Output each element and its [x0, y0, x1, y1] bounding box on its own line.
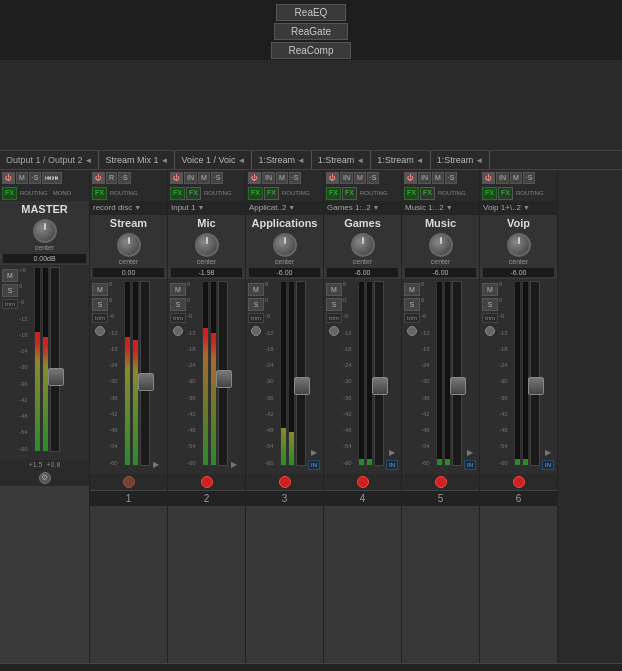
music-fader-thumb[interactable] — [450, 377, 466, 395]
voip-play-icon[interactable]: ▶ — [542, 447, 554, 458]
games-m-btn[interactable]: M — [354, 172, 366, 184]
apps-fader-thumb[interactable] — [294, 377, 310, 395]
apps-trim-btn[interactable]: trim — [248, 313, 264, 323]
games-play-icon[interactable]: ▶ — [386, 447, 398, 458]
horizontal-scrollbar[interactable] — [0, 663, 622, 671]
stream-fx-btn[interactable]: FX — [92, 187, 107, 199]
mic-fader-rail[interactable] — [218, 281, 228, 466]
master-s-btn[interactable]: ·S — [29, 172, 42, 184]
music-mute-btn[interactable]: M — [404, 283, 420, 296]
apps-in-icon[interactable]: IN — [308, 460, 320, 470]
games-pan-knob[interactable] — [351, 233, 375, 257]
mic-in-btn[interactable]: IN — [184, 172, 197, 184]
voip-bottom-circle[interactable] — [513, 476, 525, 488]
music-fader-rail[interactable] — [452, 281, 462, 466]
apps-s-btn[interactable]: ·S — [289, 172, 302, 184]
stream-power-btn[interactable]: ⏻ — [92, 172, 105, 184]
games-in-btn[interactable]: IN — [340, 172, 353, 184]
apps-in-btn[interactable]: IN — [262, 172, 275, 184]
games-power-btn[interactable]: ⏻ — [326, 172, 339, 184]
mic-s-btn[interactable]: ·S — [211, 172, 224, 184]
games-fader-thumb[interactable] — [372, 377, 388, 395]
voip-fx1-btn[interactable]: FX — [482, 187, 497, 199]
apps-pan-knob[interactable] — [273, 233, 297, 257]
apps-bottom-circle[interactable] — [279, 476, 291, 488]
mic-mute-btn[interactable]: M — [170, 283, 186, 296]
apps-fx1-btn[interactable]: FX — [248, 187, 263, 199]
mic-fx2-btn[interactable]: FX — [186, 187, 201, 199]
apps-solo-btn[interactable]: S — [248, 298, 264, 311]
apps-play-icon[interactable]: ▶ — [308, 447, 320, 458]
games-fx2-btn[interactable]: FX — [342, 187, 357, 199]
master-pan-knob[interactable] — [33, 219, 57, 243]
apps-power-btn[interactable]: ⏻ — [248, 172, 261, 184]
apps-fx2-btn[interactable]: FX — [264, 187, 279, 199]
stream-fader-rail[interactable] — [140, 281, 150, 466]
master-power-btn[interactable]: ⏻ — [2, 172, 15, 184]
music-s-btn[interactable]: ·S — [445, 172, 458, 184]
games-fx1-btn[interactable]: FX — [326, 187, 341, 199]
stream-trim-btn[interactable]: trim — [92, 313, 108, 323]
master-m-btn[interactable]: M — [16, 172, 28, 184]
plugin-reagate[interactable]: ReaGate — [274, 23, 348, 40]
tab-output[interactable]: Output 1 / Output 2 ◄ — [0, 151, 99, 169]
tab-1stream-3[interactable]: 1:Stream ◄ — [371, 151, 430, 169]
stream-s-btn[interactable]: ·S — [118, 172, 131, 184]
voip-mute-btn[interactable]: M — [482, 283, 498, 296]
stream-pan-knob[interactable] — [117, 233, 141, 257]
mic-m-btn[interactable]: M — [198, 172, 210, 184]
apps-fader-rail[interactable] — [296, 281, 306, 466]
voip-power-btn[interactable]: ⏻ — [482, 172, 495, 184]
mic-fx1-btn[interactable]: FX — [170, 187, 185, 199]
music-fx2-btn[interactable]: FX — [420, 187, 435, 199]
stream-fader-thumb[interactable] — [138, 373, 154, 391]
tab-1stream-1[interactable]: 1:Stream ◄ — [252, 151, 311, 169]
voip-solo-btn[interactable]: S — [482, 298, 498, 311]
stream-play-icon[interactable]: ▶ — [152, 459, 160, 470]
master-transport-btn[interactable]: ⏮⏭ — [42, 172, 62, 184]
tab-voice[interactable]: Voice 1 / Voic ◄ — [175, 151, 252, 169]
stream-r-btn[interactable]: R — [106, 172, 117, 184]
master-fader-thumb[interactable] — [48, 368, 64, 386]
music-trim-btn[interactable]: trim — [404, 313, 420, 323]
stream-solo-btn[interactable]: S — [92, 298, 108, 311]
music-fx1-btn[interactable]: FX — [404, 187, 419, 199]
voip-m-btn[interactable]: M — [510, 172, 522, 184]
master-fx-btn[interactable]: FX — [2, 187, 17, 199]
mic-bottom-circle[interactable] — [201, 476, 213, 488]
voip-s-btn[interactable]: ·S — [523, 172, 536, 184]
games-s-btn[interactable]: ·S — [367, 172, 380, 184]
voip-in-btn[interactable]: IN — [496, 172, 509, 184]
plugin-reaeq[interactable]: ReaEQ — [276, 4, 346, 21]
music-m-btn[interactable]: M — [432, 172, 444, 184]
tab-stream-mix[interactable]: Stream Mix 1 ◄ — [99, 151, 175, 169]
games-fader-rail[interactable] — [374, 281, 384, 466]
voip-in-icon[interactable]: IN — [542, 460, 554, 470]
stream-mute-btn[interactable]: M — [92, 283, 108, 296]
mic-pan-knob[interactable] — [195, 233, 219, 257]
master-trim-btn[interactable]: trim — [2, 299, 18, 309]
music-bottom-circle[interactable] — [435, 476, 447, 488]
games-trim-btn[interactable]: trim — [326, 313, 342, 323]
voip-fx2-btn[interactable]: FX — [498, 187, 513, 199]
master-solo-btn[interactable]: S — [2, 284, 18, 297]
music-power-btn[interactable]: ⏻ — [404, 172, 417, 184]
apps-mute-btn[interactable]: M — [248, 283, 264, 296]
voip-trim-btn[interactable]: trim — [482, 313, 498, 323]
master-mute-btn[interactable]: M — [2, 269, 18, 282]
music-pan-knob[interactable] — [429, 233, 453, 257]
mic-fader-thumb[interactable] — [216, 370, 232, 388]
tab-1stream-2[interactable]: 1:Stream ◄ — [312, 151, 371, 169]
master-settings-icon[interactable]: ⚙ — [39, 472, 51, 484]
stream-bottom-circle[interactable] — [123, 476, 135, 488]
apps-m-btn[interactable]: M — [276, 172, 288, 184]
plugin-reacomp[interactable]: ReaComp — [271, 42, 350, 59]
games-solo-btn[interactable]: S — [326, 298, 342, 311]
games-mute-btn[interactable]: M — [326, 283, 342, 296]
voip-fader-thumb[interactable] — [528, 377, 544, 395]
mic-power-btn[interactable]: ⏻ — [170, 172, 183, 184]
music-play-icon[interactable]: ▶ — [464, 447, 476, 458]
mic-play-icon[interactable]: ▶ — [230, 459, 238, 470]
games-in-icon[interactable]: IN — [386, 460, 398, 470]
music-solo-btn[interactable]: S — [404, 298, 420, 311]
